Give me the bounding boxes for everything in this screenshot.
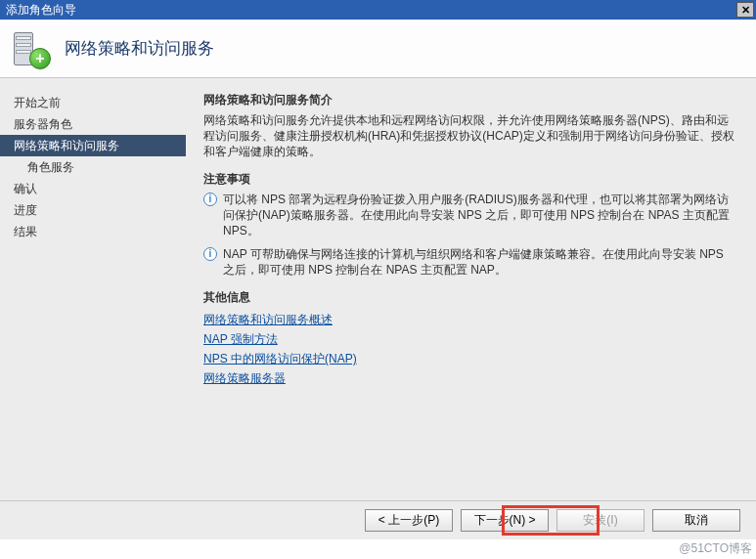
note-item: i 可以将 NPS 部署为远程身份验证拨入用户服务(RADIUS)服务器和代理，… xyxy=(203,192,738,238)
note-item: i NAP 可帮助确保与网络连接的计算机与组织网络和客户端健康策略兼容。在使用此… xyxy=(203,246,738,278)
note-text: 可以将 NPS 部署为远程身份验证拨入用户服务(RADIUS)服务器和代理，也可… xyxy=(223,192,738,238)
note-text: NAP 可帮助确保与网络连接的计算机与组织网络和客户端健康策略兼容。在使用此向导… xyxy=(223,246,738,278)
wizard-steps-sidebar: 开始之前 服务器角色 网络策略和访问服务 角色服务 确认 进度 结果 xyxy=(0,78,186,520)
intro-text: 网络策略和访问服务允许提供本地和远程网络访问权限，并允许使用网络策略服务器(NP… xyxy=(203,112,738,159)
content-panel: 网络策略和访问服务简介 网络策略和访问服务允许提供本地和远程网络访问权限，并允许… xyxy=(186,78,756,520)
next-button[interactable]: 下一步(N) > xyxy=(461,509,549,532)
link-overview[interactable]: 网络策略和访问服务概述 xyxy=(203,310,738,329)
prev-button[interactable]: < 上一步(P) xyxy=(365,509,453,532)
intro-title: 网络策略和访问服务简介 xyxy=(203,92,738,108)
wizard-header: + 网络策略和访问服务 xyxy=(0,20,756,78)
sidebar-item-role-services[interactable]: 角色服务 xyxy=(0,156,186,178)
link-nap-enforce[interactable]: NAP 强制方法 xyxy=(203,329,738,349)
links-list: 网络策略和访问服务概述 NAP 强制方法 NPS 中的网络访问保护(NAP) 网… xyxy=(203,310,738,388)
info-icon: i xyxy=(203,193,217,206)
info-icon: i xyxy=(203,247,217,261)
cancel-button[interactable]: 取消 xyxy=(652,509,740,532)
link-nps-server[interactable]: 网络策略服务器 xyxy=(203,368,738,388)
wizard-footer: < 上一步(P) 下一步(N) > 安装(I) 取消 xyxy=(0,500,756,539)
notes-title: 注意事项 xyxy=(203,171,738,188)
link-nap-in-nps[interactable]: NPS 中的网络访问保护(NAP) xyxy=(203,349,738,368)
close-icon: ✕ xyxy=(741,4,750,17)
sidebar-item-progress[interactable]: 进度 xyxy=(0,199,186,221)
wizard-body: 开始之前 服务器角色 网络策略和访问服务 角色服务 确认 进度 结果 网络策略和… xyxy=(0,78,756,520)
role-icon: + xyxy=(10,28,51,69)
sidebar-item-results[interactable]: 结果 xyxy=(0,221,186,242)
page-title: 网络策略和访问服务 xyxy=(65,37,214,60)
sidebar-item-server-roles[interactable]: 服务器角色 xyxy=(0,113,186,135)
close-button[interactable]: ✕ xyxy=(736,2,754,18)
install-button: 安装(I) xyxy=(556,509,645,532)
other-info-title: 其他信息 xyxy=(203,289,738,306)
sidebar-item-nps[interactable]: 网络策略和访问服务 xyxy=(0,135,186,156)
plus-icon: + xyxy=(29,48,51,69)
watermark: @51CTO博客 xyxy=(679,540,752,557)
window-title: 添加角色向导 xyxy=(6,2,76,19)
titlebar: 添加角色向导 ✕ xyxy=(0,0,756,20)
sidebar-item-before-begin[interactable]: 开始之前 xyxy=(0,92,186,113)
sidebar-item-confirm[interactable]: 确认 xyxy=(0,178,186,199)
notes-list: i 可以将 NPS 部署为远程身份验证拨入用户服务(RADIUS)服务器和代理，… xyxy=(203,192,738,278)
